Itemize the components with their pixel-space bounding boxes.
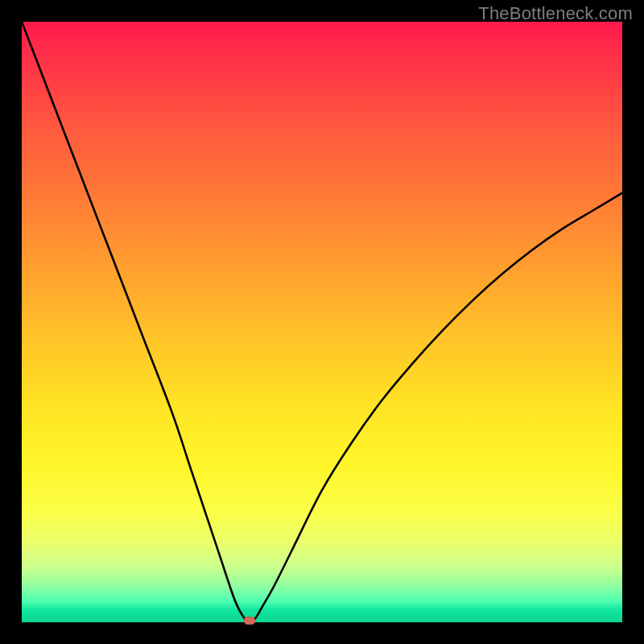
bottleneck-curve	[22, 22, 622, 622]
curve-svg	[22, 22, 622, 622]
chart-frame: TheBottleneck.com	[0, 0, 644, 644]
watermark-text: TheBottleneck.com	[478, 3, 633, 24]
minimum-marker	[244, 617, 255, 625]
plot-area	[22, 22, 622, 622]
